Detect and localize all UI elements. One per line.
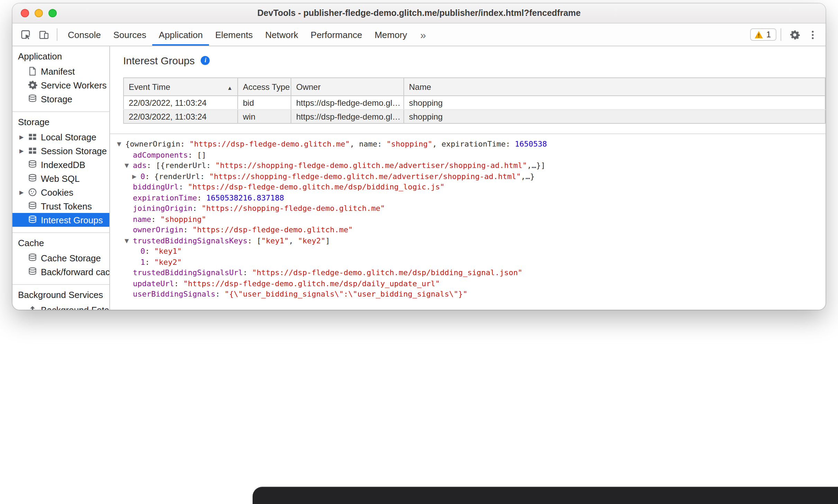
sidebar-item-cookies[interactable]: ▶Cookies <box>12 185 109 199</box>
interest-groups-view: Interest Groups i Event Time▲Access Type… <box>110 46 826 310</box>
tree-token: updateUrl <box>133 278 174 289</box>
chevron-right-icon[interactable]: ▶ <box>19 134 28 140</box>
titlebar: DevTools - publisher-fledge-demo.glitch.… <box>12 3 826 24</box>
info-icon[interactable]: i <box>201 56 210 65</box>
tree-token: expirationTime <box>441 139 505 150</box>
tree-row[interactable]: adComponents: [] <box>110 150 826 160</box>
sidebar-item-back-forward-cache[interactable]: Back/forward cache <box>12 265 109 279</box>
tree-row[interactable]: joiningOrigin: "https://shopping-fledge-… <box>110 203 826 214</box>
sidebar-item-web-sql[interactable]: Web SQL <box>12 171 109 185</box>
tab-elements[interactable]: Elements <box>209 24 259 46</box>
chevron-right-icon[interactable]: ▶ <box>19 189 28 195</box>
devtools-window: DevTools - publisher-fledge-demo.glitch.… <box>12 3 826 310</box>
tree-row[interactable]: ▼trustedBiddingSignalsKeys: ["key1", "ke… <box>110 235 826 246</box>
more-tabs-button[interactable]: » <box>413 29 433 40</box>
interest-groups-table: Event Time▲Access TypeOwnerName 22/03/20… <box>123 77 826 124</box>
tab-sources[interactable]: Sources <box>107 24 152 46</box>
close-button[interactable] <box>21 9 29 17</box>
triangle-down-icon[interactable]: ▼ <box>125 235 133 246</box>
chevron-right-icon[interactable]: ▶ <box>19 148 28 154</box>
column-header-access-type[interactable]: Access Type <box>238 78 291 96</box>
tree-row[interactable]: ▶0: {renderUrl: "https://shopping-fledge… <box>110 171 826 182</box>
triangle-right-icon[interactable]: ▶ <box>132 171 140 182</box>
tree-token: "key1" <box>261 235 289 246</box>
sidebar-item-indexeddb[interactable]: IndexedDB <box>12 158 109 171</box>
sidebar-item-interest-groups[interactable]: Interest Groups <box>12 213 109 227</box>
tree-token: "https://dsp-fledge-demo.glitch.me/dsp/b… <box>252 268 522 278</box>
database-icon <box>28 253 37 263</box>
sidebar-item-local-storage[interactable]: ▶Local Storage <box>12 130 109 144</box>
database-icon <box>28 94 37 104</box>
background-window <box>253 487 838 504</box>
tree-token: 0 <box>140 246 145 257</box>
sidebar-item-service-workers[interactable]: Service Workers <box>12 78 109 92</box>
tree-token: : <box>151 214 161 225</box>
tree-token: : <box>206 160 216 171</box>
cell-event-time: 22/03/2022, 11:03:24 <box>124 96 238 110</box>
cell-event-time: 22/03/2022, 11:03:24 <box>124 110 238 123</box>
sidebar-item-manifest[interactable]: Manifest <box>12 64 109 78</box>
triangle-down-icon[interactable]: ▼ <box>117 139 125 150</box>
tree-row[interactable]: expirationTime: 1650538216.837188 <box>110 193 826 203</box>
desktop: DevTools - publisher-fledge-demo.glitch.… <box>0 0 838 504</box>
sidebar-item-storage[interactable]: Storage <box>12 92 109 106</box>
sidebar-item-background-fetch[interactable]: Background Fetch <box>12 303 109 310</box>
tree-row[interactable]: trustedBiddingSignalsUrl: "https://dsp-f… <box>110 268 826 278</box>
tab-memory[interactable]: Memory <box>368 24 413 46</box>
sidebar-item-trust-tokens[interactable]: Trust Tokens <box>12 199 109 213</box>
tree-row[interactable]: ownerOrigin: "https://dsp-fledge-demo.gl… <box>110 225 826 235</box>
tree-token: "https://shopping-fledge-demo.glitch.me" <box>202 203 385 214</box>
zoom-button[interactable] <box>48 9 57 17</box>
tree-token: trustedBiddingSignalsKeys <box>133 235 247 246</box>
tree-row[interactable]: ▼ads: [{renderUrl: "https://shopping-fle… <box>110 160 826 171</box>
tab-network[interactable]: Network <box>259 24 304 46</box>
triangle-down-icon[interactable]: ▼ <box>125 160 133 171</box>
sidebar-item-label: Storage <box>41 94 72 104</box>
tree-row[interactable]: updateUrl: "https://dsp-fledge-demo.glit… <box>110 278 826 289</box>
tree-row[interactable]: name: "shopping" <box>110 214 826 225</box>
sidebar-section-title: Application <box>12 49 109 64</box>
table-icon <box>28 146 37 156</box>
tree-token: joiningOrigin <box>133 203 192 214</box>
tree-row[interactable]: 0: "key1" <box>110 246 826 257</box>
marker-spacer <box>125 203 133 214</box>
kebab-menu-button[interactable] <box>803 26 821 44</box>
tree-token: : <box>180 139 190 150</box>
cell-name: shopping <box>404 96 825 110</box>
tree-row[interactable]: ▼{ownerOrigin: "https://dsp-fledge-demo.… <box>110 139 826 150</box>
tree-token: : <box>215 289 225 300</box>
column-header-owner[interactable]: Owner <box>291 78 404 96</box>
tree-token: : <box>197 193 206 203</box>
tab-application[interactable]: Application <box>153 24 209 46</box>
tree-token: : <box>505 139 515 150</box>
tree-token: 1 <box>140 257 145 268</box>
tab-performance[interactable]: Performance <box>304 24 368 46</box>
column-header-name[interactable]: Name <box>404 78 825 96</box>
table-row[interactable]: 22/03/2022, 11:03:24bidhttps://dsp-fledg… <box>124 96 825 110</box>
tree-token: : [] <box>188 150 206 160</box>
warning-icon <box>755 30 764 39</box>
service-worker-icon <box>28 80 37 90</box>
traffic-lights <box>21 9 57 17</box>
table-icon <box>28 132 37 142</box>
tab-console[interactable]: Console <box>62 24 107 46</box>
sidebar-item-cache-storage[interactable]: Cache Storage <box>12 251 109 265</box>
tree-token: "shopping" <box>386 139 432 150</box>
inspect-element-button[interactable] <box>17 26 35 44</box>
tree-token: ,…} <box>521 171 535 182</box>
sidebar-item-session-storage[interactable]: ▶Session Storage <box>12 144 109 158</box>
device-toolbar-button[interactable] <box>35 26 53 44</box>
tree-token: biddingUrl <box>133 182 179 193</box>
issues-counter[interactable]: 1 <box>750 28 776 41</box>
database-icon <box>28 215 37 225</box>
tree-row[interactable]: 1: "key2" <box>110 257 826 268</box>
sidebar-section-title: Storage <box>12 115 109 130</box>
tab-strip: ConsoleSourcesApplicationElementsNetwork… <box>62 24 413 46</box>
column-header-event-time[interactable]: Event Time▲ <box>124 78 238 96</box>
sidebar-item-label: Service Workers <box>41 80 107 90</box>
tree-row[interactable]: biddingUrl: "https://dsp-fledge-demo.gli… <box>110 182 826 193</box>
table-row[interactable]: 22/03/2022, 11:03:24winhttps://dsp-fledg… <box>124 110 825 123</box>
tree-row[interactable]: userBiddingSignals: "{\"user_bidding_sig… <box>110 289 826 300</box>
settings-button[interactable] <box>785 26 803 44</box>
minimize-button[interactable] <box>35 9 43 17</box>
